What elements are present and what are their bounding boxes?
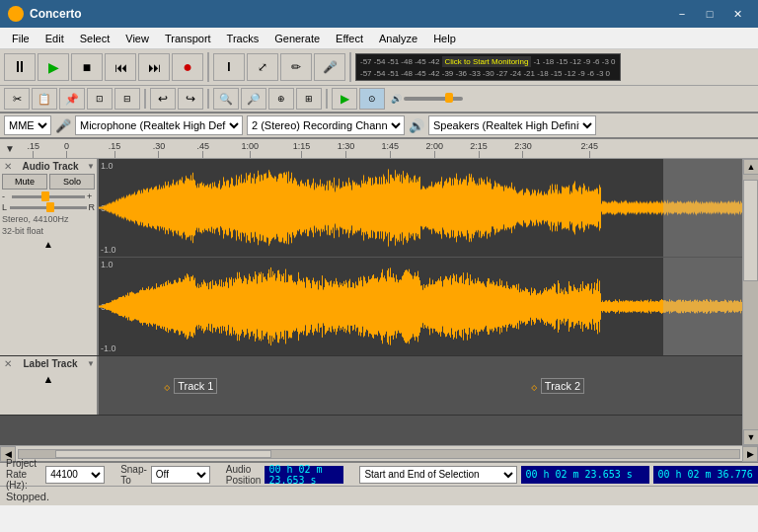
menu-edit[interactable]: Edit: [38, 28, 72, 49]
lr-left: L: [2, 202, 10, 212]
vu-scale-top: -57 -54 -51 -48 -45 -42: [358, 57, 442, 66]
device-row: MME 🎤 Microphone (Realtek High Defini 2 …: [0, 114, 758, 139]
close-button[interactable]: ✕: [724, 4, 750, 24]
audio-position-value[interactable]: 00 h 02 m 23.653 s: [265, 466, 343, 484]
cursor-tool[interactable]: I: [213, 53, 245, 81]
vu-scale-right: -1 -18 -15 -12 -9 -6 -3 0: [531, 57, 617, 66]
menu-effect[interactable]: Effect: [328, 28, 371, 49]
gain-minus: -: [2, 191, 10, 201]
audio-track: ✕ Audio Track ▼ Mute Solo - + L: [0, 159, 742, 356]
app-icon: [8, 6, 24, 22]
waveform-canvas-2: [99, 258, 742, 355]
track-info-rate: Stereo, 44100Hz: [2, 214, 95, 226]
project-rate-select[interactable]: 44100: [45, 466, 105, 484]
menu-select[interactable]: Select: [72, 28, 118, 49]
playback-slider[interactable]: [404, 97, 463, 101]
track-info-depth: 32-bit float: [2, 226, 95, 238]
gain-plus: +: [87, 191, 95, 201]
label-track-expand[interactable]: ▲: [2, 373, 95, 385]
hscroll-track[interactable]: [18, 449, 740, 459]
snap-to-section: Snap-To Off: [120, 464, 210, 486]
selection-end-value[interactable]: 00 h 02 m 36.776 s: [653, 466, 758, 484]
label-text-1[interactable]: Track 1: [174, 378, 217, 394]
api-select[interactable]: MME: [4, 115, 51, 135]
redo-tool[interactable]: ↪: [178, 88, 203, 110]
pause-button[interactable]: ⏸: [4, 53, 36, 81]
cut-tool[interactable]: ✂: [4, 88, 30, 110]
timeline-ruler: ▼ .150.15.30.451:001:151:301:452:002:152…: [0, 139, 758, 159]
menu-analyze[interactable]: Analyze: [371, 28, 425, 49]
vu-scale-bottom: -57 -54 -51 -48 -45 -42 -39 -36 -33 -30 …: [358, 69, 612, 78]
zoom-out-tool[interactable]: 🔎: [241, 88, 266, 110]
stop-button[interactable]: ■: [71, 53, 103, 81]
output-device-select[interactable]: Speakers (Realtek High Definiti: [428, 115, 596, 135]
project-rate-section: Project Rate (Hz): 44100: [6, 458, 105, 491]
audio-track-expand[interactable]: ▲: [2, 239, 95, 250]
menu-file[interactable]: File: [4, 28, 38, 49]
audio-position-section: Audio Position 00 h 02 m 23.653 s: [226, 464, 344, 486]
vscroll-down[interactable]: ▼: [743, 429, 758, 445]
silence-tool[interactable]: ⊟: [114, 88, 140, 110]
gain-slider[interactable]: [12, 195, 85, 198]
ruler-marks[interactable]: .150.15.30.451:001:151:301:452:002:152:3…: [20, 139, 758, 158]
zoom-sel-tool[interactable]: ⊕: [268, 88, 294, 110]
window-controls: − □ ✕: [669, 4, 750, 24]
separator4: [207, 89, 209, 109]
zoom-in-tool[interactable]: 🔍: [213, 88, 239, 110]
selection-tool[interactable]: ⤢: [247, 53, 278, 81]
vu-monitor-btn[interactable]: Click to Start Monitoring: [442, 56, 532, 67]
hscroll-right[interactable]: ▶: [742, 446, 758, 462]
audio-track-collapse[interactable]: ▼: [87, 162, 95, 171]
draw-tool[interactable]: ✏: [280, 53, 312, 81]
channels-select[interactable]: 2 (Stereo) Recording Channels: [247, 115, 405, 135]
label-track-content[interactable]: ⬦ Track 1 ⬦ Track 2: [99, 356, 742, 415]
menu-generate[interactable]: Generate: [266, 28, 328, 49]
label-track-close[interactable]: ✕: [2, 358, 14, 369]
vscroll-thumb[interactable]: [743, 180, 758, 281]
maximize-button[interactable]: □: [697, 4, 722, 24]
waveform-canvas-1: [99, 159, 742, 257]
tracks-inner: ✕ Audio Track ▼ Mute Solo - + L: [0, 159, 742, 445]
waveform-container[interactable]: 1.0 0.0 -1.0 1.0 0.0 -1.0: [99, 159, 742, 355]
timeline-arrow: ▼: [0, 143, 20, 154]
undo-tool[interactable]: ↩: [150, 88, 176, 110]
record-button[interactable]: ●: [172, 53, 203, 81]
separator5: [326, 89, 328, 109]
waveform-channel-1: 1.0 0.0 -1.0: [99, 159, 742, 258]
status-bar: Project Rate (Hz): 44100 Snap-To Off Aud…: [0, 461, 758, 486]
selection-start-value[interactable]: 00 h 02 m 23.653 s: [521, 466, 649, 484]
play-button[interactable]: ▶: [38, 53, 69, 81]
tools-toolbar: ✂ 📋 📌 ⊡ ⊟ ↩ ↪ 🔍 🔎 ⊕ ⊞ ▶ ⊙ 🔊: [0, 86, 758, 112]
menu-transport[interactable]: Transport: [157, 28, 219, 49]
vu-meter[interactable]: -57 -54 -51 -48 -45 -42 Click to Start M…: [355, 53, 621, 81]
mute-button[interactable]: Mute: [2, 174, 47, 190]
copy-tool[interactable]: 📋: [32, 88, 57, 110]
snap-to-select[interactable]: Off: [151, 466, 210, 484]
paste-tool[interactable]: 📌: [59, 88, 85, 110]
audio-position-label: Audio Position: [226, 464, 262, 486]
play-end-tool[interactable]: ⊙: [359, 88, 385, 110]
menu-view[interactable]: View: [117, 28, 157, 49]
hscroll-thumb[interactable]: [55, 450, 271, 458]
zoom-fit-tool[interactable]: ⊞: [296, 88, 322, 110]
vscroll-track[interactable]: [743, 175, 758, 429]
menu-help[interactable]: Help: [425, 28, 464, 49]
play-cut-tool[interactable]: ▶: [332, 88, 357, 110]
pan-slider[interactable]: [10, 206, 87, 209]
input-device-select[interactable]: Microphone (Realtek High Defini: [75, 115, 243, 135]
horizontal-scrollbar[interactable]: ◀ ▶: [0, 445, 758, 461]
prev-button[interactable]: ⏮: [105, 53, 136, 81]
menu-tracks[interactable]: Tracks: [219, 28, 267, 49]
next-button[interactable]: ⏭: [138, 53, 170, 81]
input-device-icon: 🎤: [55, 118, 71, 133]
vscroll-up[interactable]: ▲: [743, 159, 758, 175]
mic-tool[interactable]: 🎤: [314, 53, 345, 81]
solo-button[interactable]: Solo: [49, 174, 95, 190]
label-track-collapse[interactable]: ▼: [87, 359, 95, 368]
label-text-2[interactable]: Track 2: [541, 378, 584, 394]
selection-type-select[interactable]: Start and End of Selection: [359, 466, 517, 484]
vertical-scrollbar[interactable]: ▲ ▼: [742, 159, 758, 445]
minimize-button[interactable]: −: [669, 4, 695, 24]
trim-tool[interactable]: ⊡: [87, 88, 113, 110]
audio-track-close[interactable]: ✕: [2, 161, 14, 172]
